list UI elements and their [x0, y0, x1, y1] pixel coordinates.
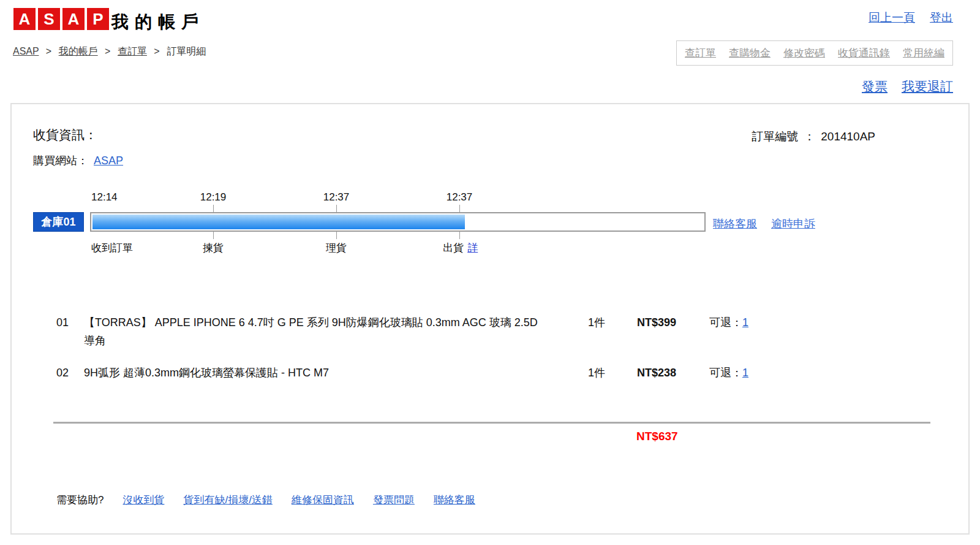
logo-letter: A [13, 8, 36, 30]
stage-time: 12:37 [323, 191, 350, 204]
stage-time: 12:37 [447, 191, 473, 204]
breadcrumb-separator: > [154, 46, 159, 56]
stage-label: 出貨詳 [443, 241, 478, 255]
help-label: 需要協助? [56, 493, 104, 507]
invoice-link[interactable]: 發票 [862, 78, 888, 95]
logo-letter: S [38, 8, 60, 30]
item-qty: 1件 [588, 364, 637, 382]
tick [336, 232, 337, 239]
breadcrumb: ASAP > 我的帳戶 > 查訂單 > 訂單明細 [13, 45, 206, 58]
tick [213, 232, 214, 239]
progress-track: 12:14 12:19 12:37 12:37 收到訂單 揀貨 理貨 出貨詳 [90, 191, 706, 256]
shipment-detail-link[interactable]: 詳 [467, 242, 478, 254]
order-number-label: 訂單編號 [752, 130, 798, 143]
item-price: NT$238 [637, 364, 709, 382]
help-link-invoice-issue[interactable]: 發票問題 [373, 493, 415, 507]
item-name: 9H弧形 超薄0.3mm鋼化玻璃螢幕保護貼 - HTC M7 [84, 364, 542, 382]
back-link[interactable]: 回上一頁 [869, 10, 915, 26]
tick [459, 205, 460, 212]
shipping-info-title: 收貨資訊： [33, 126, 97, 143]
progress-fill [92, 215, 465, 229]
stage-times: 12:14 12:19 12:37 12:37 [90, 191, 706, 205]
item-no: 01 [56, 313, 84, 332]
breadcrumb-link-orders[interactable]: 查訂單 [118, 46, 147, 56]
header: A S A P 我的帳戶 回上一頁 登出 ASAP > 我的帳戶 > 查訂單 >… [0, 0, 980, 98]
stage-ticks-top [90, 205, 706, 212]
purchase-site-label: 購買網站： [33, 154, 88, 167]
page-title: 我的帳戶 [111, 10, 205, 34]
breadcrumb-separator: > [46, 46, 51, 56]
stage-label: 收到訂單 [91, 241, 133, 255]
account-nav: 查訂單 查購物金 修改密碼 收貨通訊錄 常用統編 [676, 40, 953, 66]
breadcrumb-current: 訂單明細 [167, 46, 206, 56]
contact-support-link[interactable]: 聯絡客服 [713, 218, 757, 230]
stage-label: 理貨 [326, 241, 347, 255]
stage-label-text: 出貨 [443, 242, 464, 254]
tick [336, 205, 337, 212]
asap-logo: A S A P [13, 8, 109, 30]
progress-side-links: 聯絡客服 逾時申訴 [713, 216, 826, 231]
progress-bar [90, 212, 706, 232]
order-detail-panel: 收貨資訊： 訂單編號：201410AP 購買網站：ASAP 倉庫01 12:14… [10, 103, 970, 535]
items-divider [53, 422, 930, 424]
breadcrumb-link-home[interactable]: ASAP [13, 46, 39, 56]
warehouse-badge: 倉庫01 [33, 212, 84, 232]
cancel-order-link[interactable]: 我要退訂 [902, 78, 953, 95]
item-returnable-link[interactable]: 1 [742, 316, 748, 329]
order-number-value: 201410AP [821, 130, 875, 143]
help-link-contact-support[interactable]: 聯絡客服 [434, 493, 475, 507]
purchase-site-link[interactable]: ASAP [94, 154, 123, 167]
nav-item-tax-id[interactable]: 常用統編 [903, 46, 944, 60]
item-returnable-link[interactable]: 1 [742, 367, 748, 379]
item-qty: 1件 [588, 313, 637, 332]
stage-ticks-bottom [90, 232, 706, 239]
stage-labels: 收到訂單 揀貨 理貨 出貨詳 [90, 241, 706, 256]
item-price: NT$399 [637, 313, 709, 332]
nav-item-check-orders[interactable]: 查訂單 [685, 46, 716, 60]
logout-link[interactable]: 登出 [930, 10, 953, 26]
stage-time: 12:19 [200, 191, 227, 204]
help-link-missing-damaged[interactable]: 貨到有缺/損壞/送錯 [183, 493, 272, 507]
item-no: 02 [56, 364, 84, 382]
logo-letter: A [62, 8, 85, 30]
nav-item-shopping-credit[interactable]: 查購物金 [729, 46, 771, 60]
item-returnable: 可退：1 [709, 364, 748, 382]
top-links: 回上一頁 登出 [869, 10, 953, 26]
nav-item-change-password[interactable]: 修改密碼 [783, 46, 825, 60]
breadcrumb-separator: > [105, 46, 110, 56]
nav-item-address-book[interactable]: 收貨通訊錄 [838, 46, 890, 60]
shipping-progress: 倉庫01 12:14 12:19 12:37 12:37 收到訂單 揀貨 理貨 … [33, 191, 956, 268]
stage-label: 揀貨 [203, 241, 224, 255]
item-name: 【TORRAS】 APPLE IPHONE 6 4.7吋 G PE 系列 9H防… [84, 313, 542, 350]
purchase-site-row: 購買網站：ASAP [33, 153, 123, 168]
order-total: NT$637 [636, 430, 678, 443]
help-link-not-received[interactable]: 沒收到貨 [123, 493, 164, 507]
item-row: 02 9H弧形 超薄0.3mm鋼化玻璃螢幕保護貼 - HTC M7 1件 NT$… [12, 364, 968, 382]
tick [459, 232, 460, 239]
stage-time: 12:14 [91, 191, 118, 204]
help-link-warranty-info[interactable]: 維修保固資訊 [292, 493, 354, 507]
order-number: 訂單編號：201410AP [752, 129, 875, 145]
tick [213, 205, 214, 212]
help-row: 需要協助? 沒收到貨 貨到有缺/損壞/送錯 維修保固資訊 發票問題 聯絡客服 [56, 493, 475, 507]
order-actions: 發票 我要退訂 [862, 78, 953, 95]
overdue-appeal-link[interactable]: 逾時申訴 [771, 218, 815, 230]
item-returnable: 可退：1 [709, 313, 748, 332]
item-row: 01 【TORRAS】 APPLE IPHONE 6 4.7吋 G PE 系列 … [12, 313, 968, 350]
order-items: 01 【TORRAS】 APPLE IPHONE 6 4.7吋 G PE 系列 … [12, 313, 968, 395]
item-returnable-label: 可退： [709, 316, 742, 329]
item-returnable-label: 可退： [709, 367, 742, 379]
logo-letter: P [87, 8, 109, 30]
breadcrumb-link-account[interactable]: 我的帳戶 [59, 46, 98, 56]
order-number-colon: ： [804, 130, 815, 143]
